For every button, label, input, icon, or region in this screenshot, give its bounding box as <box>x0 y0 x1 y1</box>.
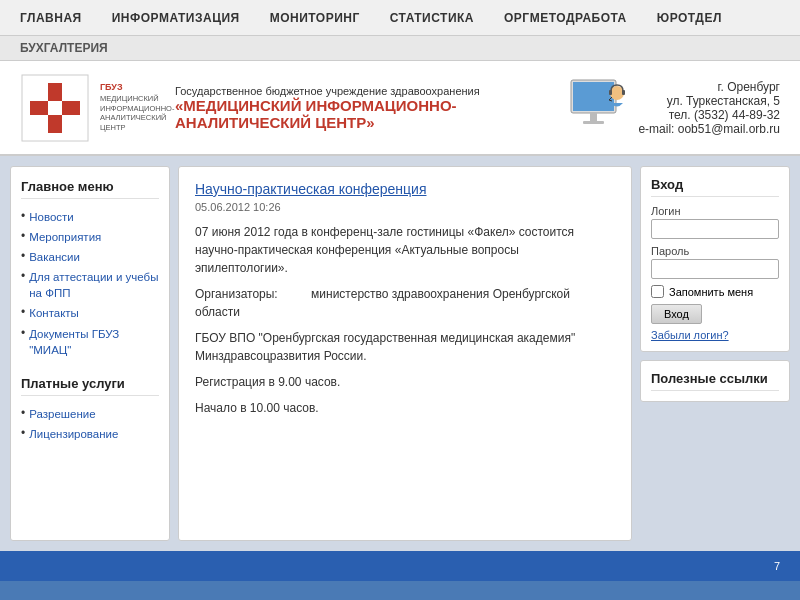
sidebar-item-documents[interactable]: Документы ГБУЗ "МИАЦ" <box>21 324 159 360</box>
org-label: Организаторы: <box>195 287 278 301</box>
nav-orgmethod[interactable]: ОРГМЕТОДРАБОТА <box>504 11 627 25</box>
city: г. Оренбург <box>638 80 780 94</box>
article-body: 07 июня 2012 года в конференц-зале гости… <box>195 223 615 417</box>
svg-rect-9 <box>609 90 612 95</box>
password-input[interactable] <box>651 259 779 279</box>
breadcrumb-text: БУХГАЛТЕРИЯ <box>20 41 108 55</box>
remember-checkbox[interactable] <box>651 285 664 298</box>
useful-links-title: Полезные ссылки <box>651 371 779 391</box>
breadcrumb: БУХГАЛТЕРИЯ <box>0 36 800 61</box>
sidebar-item-vacancies[interactable]: Вакансии <box>21 247 159 267</box>
forgot-link[interactable]: Забыли логин? <box>651 329 779 341</box>
bottom-bar: 7 <box>0 551 800 581</box>
top-nav: ГЛАВНАЯ ИНФОРМАТИЗАЦИЯ МОНИТОРИНГ СТАТИС… <box>0 0 800 36</box>
svg-rect-10 <box>622 90 625 95</box>
sidebar-item-news[interactable]: Новости <box>21 207 159 227</box>
login-button[interactable]: Вход <box>651 304 702 324</box>
sidebar-item-events[interactable]: Мероприятия <box>21 227 159 247</box>
article-org: Организаторы: министерство здравоохранен… <box>195 285 615 321</box>
article-date: 05.06.2012 10:26 <box>195 201 615 213</box>
article-start: Начало в 10.00 часов. <box>195 399 615 417</box>
email: e-mail: oob51@mail.orb.ru <box>638 122 780 136</box>
article-para1: 07 июня 2012 года в конференц-зале гости… <box>195 223 615 277</box>
nav-monitoring[interactable]: МОНИТОРИНГ <box>270 11 360 25</box>
computer-icon <box>563 75 633 140</box>
article-org2: ГБОУ ВПО "Оренбургская государственная м… <box>195 329 615 365</box>
svg-rect-3 <box>48 101 62 115</box>
svg-rect-7 <box>583 121 604 124</box>
paid-services-list: Разрешение Лицензирование <box>21 404 159 444</box>
nav-legal[interactable]: ЮРОТДЕЛ <box>657 11 722 25</box>
page-number: 7 <box>774 560 780 572</box>
org-name: «МЕДИЦИНСКИЙ ИНФОРМАЦИОННО-АНАЛИТИЧЕСКИЙ… <box>175 97 543 131</box>
header-contact: г. Оренбург ул. Туркестанская, 5 тел. (3… <box>638 80 780 136</box>
paid-services-title: Платные услуги <box>21 376 159 396</box>
sidebar-item-licensing[interactable]: Лицензирование <box>21 424 159 444</box>
svg-rect-6 <box>590 113 597 121</box>
phone: тел. (3532) 44-89-32 <box>638 108 780 122</box>
login-label: Логин <box>651 205 779 217</box>
address: ул. Туркестанская, 5 <box>638 94 780 108</box>
logo-text: ГБУЗ МЕДИЦИНСКИЙ ИНФОРМАЦИОННО-АНАЛИТИЧЕ… <box>100 82 160 133</box>
header-banner: ГБУЗ МЕДИЦИНСКИЙ ИНФОРМАЦИОННО-АНАЛИТИЧЕ… <box>0 61 800 156</box>
login-input[interactable] <box>651 219 779 239</box>
header-text: Государственное бюджетное учреждение здр… <box>160 85 558 131</box>
article-title[interactable]: Научно-практическая конференция <box>195 181 615 197</box>
left-sidebar: Главное меню Новости Мероприятия Ваканси… <box>10 166 170 541</box>
password-label: Пароль <box>651 245 779 257</box>
nav-statistics[interactable]: СТАТИСТИКА <box>390 11 474 25</box>
svg-rect-5 <box>573 82 614 111</box>
useful-links-box: Полезные ссылки <box>640 360 790 402</box>
logo-area: ГБУЗ МЕДИЦИНСКИЙ ИНФОРМАЦИОННО-АНАЛИТИЧЕ… <box>20 73 160 143</box>
nav-home[interactable]: ГЛАВНАЯ <box>20 11 82 25</box>
remember-row: Запомнить меня <box>651 285 779 298</box>
main-menu-list: Новости Мероприятия Вакансии Для аттеста… <box>21 207 159 360</box>
logo-svg <box>20 73 90 143</box>
center-content: Научно-практическая конференция 05.06.20… <box>178 166 632 541</box>
main-menu-title: Главное меню <box>21 179 159 199</box>
computer-icon-area <box>558 75 638 140</box>
article-reg: Регистрация в 9.00 часов. <box>195 373 615 391</box>
sidebar-item-attestation[interactable]: Для аттестации и учебы на ФПП <box>21 267 159 303</box>
sidebar-item-contacts[interactable]: Контакты <box>21 303 159 323</box>
remember-label: Запомнить меня <box>669 286 753 298</box>
sidebar-item-permission[interactable]: Разрешение <box>21 404 159 424</box>
right-sidebar: Вход Логин Пароль Запомнить меня Вход За… <box>640 166 790 541</box>
org-type: Государственное бюджетное учреждение здр… <box>175 85 543 97</box>
nav-informatization[interactable]: ИНФОРМАТИЗАЦИЯ <box>112 11 240 25</box>
login-title: Вход <box>651 177 779 197</box>
login-box: Вход Логин Пароль Запомнить меня Вход За… <box>640 166 790 352</box>
main-content: Главное меню Новости Мероприятия Ваканси… <box>0 156 800 551</box>
